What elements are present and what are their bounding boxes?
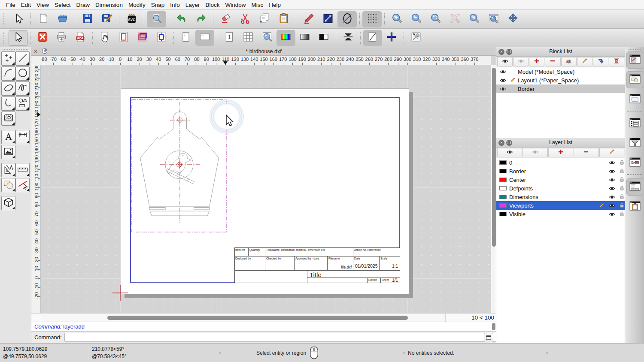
lock-icon[interactable] (619, 211, 625, 218)
menu-draw[interactable]: Draw (76, 2, 90, 8)
draw-misc-tools-button[interactable] (1, 163, 15, 177)
zoom-auto-button[interactable] (426, 11, 445, 27)
select-tools-button[interactable] (15, 178, 30, 192)
single-page-button[interactable]: 1 (220, 30, 239, 46)
save-as-button[interactable] (97, 11, 116, 27)
select-tool-2-button[interactable] (9, 30, 27, 46)
lock-icon[interactable] (619, 177, 625, 184)
layer-list-close-icon[interactable]: × (498, 140, 504, 146)
zoom-out-button[interactable] (407, 11, 426, 27)
command-history-scrollbar[interactable] (492, 323, 495, 331)
block-list-float-icon[interactable]: ❐ (506, 49, 512, 55)
menu-help[interactable]: Help (269, 2, 281, 8)
lock-icon[interactable] (619, 160, 625, 166)
eye-icon[interactable] (609, 202, 615, 210)
spline-tools-button[interactable] (15, 81, 30, 96)
horizontal-scrollbar[interactable] (41, 314, 446, 322)
text-tools-button[interactable]: A (1, 130, 15, 144)
points-toggle-button[interactable] (382, 30, 401, 46)
eye-icon[interactable] (500, 86, 506, 94)
eye-icon[interactable] (609, 177, 615, 184)
menu-window[interactable]: Window (225, 2, 246, 8)
edit-block-button[interactable] (577, 57, 592, 66)
eye-icon[interactable] (500, 77, 506, 85)
black-white-button[interactable] (314, 30, 333, 46)
pan-button[interactable] (503, 11, 522, 27)
redo-button[interactable] (191, 11, 210, 27)
menu-file[interactable]: File (6, 2, 15, 8)
clipboard-toggle-button[interactable] (626, 198, 643, 215)
menu-dimension[interactable]: Dimension (95, 2, 123, 8)
zoom-in-button[interactable] (387, 11, 407, 27)
rename-block-button[interactable]: a|b (561, 57, 577, 66)
menu-modify[interactable]: Modify (128, 2, 146, 8)
zoom-window-button[interactable] (484, 11, 503, 27)
lock-icon[interactable] (619, 185, 625, 192)
point-tools-button[interactable] (1, 51, 15, 66)
grid-toggle-button[interactable] (362, 11, 382, 27)
eye-icon[interactable] (609, 211, 615, 219)
grayscale-button[interactable] (295, 30, 314, 46)
open-file-button[interactable] (53, 11, 72, 27)
layer-row[interactable]: Dimensions (496, 193, 625, 201)
hide-all-layers-button[interactable] (522, 148, 547, 157)
landscape-button[interactable] (195, 30, 214, 46)
palette-grip[interactable] (3, 49, 28, 51)
layer-list-toggle-button[interactable] (626, 115, 643, 132)
eye-icon[interactable] (500, 69, 506, 76)
eye-icon[interactable] (609, 194, 615, 202)
view-toggle-button[interactable] (626, 154, 643, 172)
save-button[interactable] (78, 11, 97, 27)
full-color-button[interactable] (276, 30, 295, 46)
menu-block[interactable]: Block (206, 2, 220, 8)
show-all-blocks-button[interactable] (497, 57, 513, 66)
fit-viewport-button[interactable] (152, 30, 171, 46)
erase-button[interactable] (216, 11, 235, 27)
menu-layer[interactable]: Layer (185, 2, 200, 8)
block-list-close-icon[interactable]: × (498, 49, 504, 55)
delete-block-button[interactable] (609, 57, 624, 66)
zoom-selection-button[interactable] (445, 11, 465, 27)
layer-row[interactable]: 0 (496, 158, 625, 167)
menu-snap[interactable]: Snap (151, 2, 165, 8)
draw-border-button[interactable] (133, 30, 152, 46)
show-all-layers-button[interactable] (497, 148, 522, 157)
circle-tools-button[interactable] (15, 66, 30, 81)
hatch-tools-button[interactable] (1, 112, 15, 126)
line-tools-button[interactable] (15, 51, 30, 66)
dimension-tools-button[interactable] (15, 130, 30, 144)
selection-filter-button[interactable] (626, 135, 643, 152)
image-tools-button[interactable] (1, 145, 15, 159)
print-preview-button[interactable] (147, 11, 166, 27)
copy-button[interactable] (255, 11, 274, 27)
layer-row[interactable]: Defpoints (496, 184, 625, 193)
insert-block-button[interactable] (593, 57, 608, 66)
line-settings-button[interactable] (318, 11, 337, 27)
menu-misc[interactable]: Misc (252, 2, 264, 8)
block-row[interactable]: Model (*Model_Space) (496, 67, 625, 76)
menu-edit[interactable]: Edit (21, 2, 31, 8)
select-tool-button[interactable] (9, 11, 28, 27)
eye-icon[interactable] (609, 160, 615, 167)
vertical-scrollbar[interactable] (491, 65, 496, 313)
eye-icon[interactable] (609, 168, 615, 176)
add-layer-button[interactable] (548, 148, 573, 157)
polyline-tools-button[interactable] (1, 97, 15, 111)
export-pdf-button[interactable]: PDF (71, 30, 90, 46)
preferences-button[interactable] (407, 30, 425, 46)
menu-select[interactable]: Select (55, 2, 71, 8)
layer-row[interactable]: Border (496, 167, 625, 175)
block-list-toggle-button[interactable] (626, 71, 643, 88)
measure-tools-button[interactable] (15, 163, 30, 177)
menu-info[interactable]: Info (170, 2, 180, 8)
print-button[interactable] (52, 30, 71, 46)
zoom-to-page-button[interactable] (258, 30, 276, 46)
remove-layer-button[interactable] (574, 148, 598, 157)
layer-list-float-icon[interactable]: ❐ (506, 140, 512, 146)
paste-button[interactable] (274, 11, 293, 27)
hide-all-blocks-button[interactable] (513, 57, 529, 66)
ellipse-tools-button[interactable] (1, 81, 15, 96)
portrait-button[interactable] (176, 30, 195, 46)
strip-grip[interactable] (629, 49, 641, 50)
export-svg-button[interactable]: SVG (122, 11, 141, 27)
